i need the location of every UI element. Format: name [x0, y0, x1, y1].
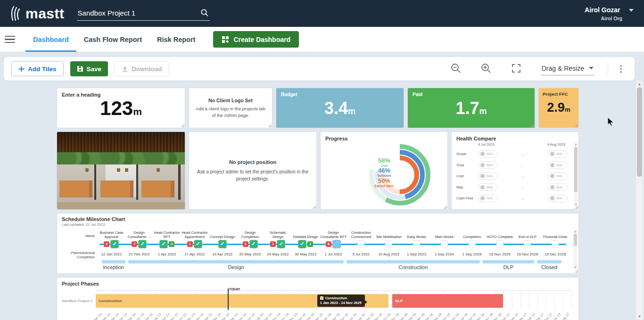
axis-month-label: Aug '23 — [152, 312, 162, 320]
health-date-header: 4 Jul 2023 4 Aug 2023 — [456, 142, 574, 147]
mode-select[interactable]: Drag & Resize — [541, 63, 594, 75]
health-row-risk: RiskN/A→N/A — [456, 183, 574, 191]
mastt-logo[interactable]: mastt — [10, 6, 65, 22]
milestone-future-icon[interactable] — [496, 240, 504, 247]
milestone-construction-commenced[interactable]: Construction Commenced5 Jul 2022 — [347, 228, 375, 259]
milestone-design-completion[interactable]: Design Completion1✓20 May 2022 — [236, 228, 264, 259]
milestone-complete-icon[interactable]: ✓ — [249, 240, 258, 248]
milestone-current-icon[interactable] — [332, 240, 341, 248]
scroll-down-icon[interactable]: ▼ — [574, 203, 578, 206]
tab-cash-flow-report[interactable]: Cash Flow Report — [76, 27, 149, 52]
tile-health-compare[interactable]: Health Compare 4 Jul 2023 4 Aug 2023 Sco… — [451, 131, 579, 210]
tile-project-photo[interactable] — [57, 131, 185, 210]
tile-project-position[interactable]: No project position Ask a project admin … — [189, 131, 317, 210]
milestone-markers — [357, 239, 364, 249]
axis-month-label: Oct '23 — [169, 312, 179, 320]
milestone-end-of-dlp[interactable]: End of DLP15 Nov 2026 — [513, 228, 541, 259]
phase-bar-construction — [347, 260, 479, 263]
create-dashboard-button[interactable]: Create Dashboard — [213, 31, 299, 48]
row-label-name: Name — [62, 234, 95, 238]
milestone-markers: 1✓ — [270, 239, 285, 249]
add-tiles-button[interactable]: Add Tiles — [11, 61, 64, 76]
milestone-financial-close[interactable]: Financial Close15 Dec 2026 — [541, 228, 569, 259]
tab-risk-report[interactable]: Risk Report — [149, 27, 203, 52]
milestone-head-contractor-appointment[interactable]: Head Contractor Appointment1✓17 Apr 2022 — [181, 228, 208, 259]
zoom-in-icon[interactable] — [480, 63, 493, 75]
tile-heading-stat[interactable]: Enter a heading 123m — [57, 88, 185, 128]
milestone-schematic-design[interactable]: Schematic Design1✓29 May 2022 — [264, 228, 292, 259]
milestone-date: 30 May 2022 — [295, 249, 316, 256]
tile-progress[interactable]: Progress 58%Cost46%Schedule50%Earned Val… — [320, 131, 448, 210]
axis-month-label: Oct '24 — [271, 312, 281, 320]
milestone-scrollbar[interactable]: ▲ ▼ — [573, 230, 578, 269]
milestone-early-works[interactable]: Early Works1 Sep 2023 — [403, 228, 430, 259]
tile-project-phases[interactable]: Project Phases Sandbox Project 1 Constru… — [57, 277, 579, 320]
scroll-down-icon[interactable]: ▼ — [573, 266, 578, 269]
milestone-complete-icon[interactable]: ✓ — [110, 240, 119, 248]
axis-month-label: Jan '25 — [297, 312, 306, 320]
tile-budget[interactable]: Budget 3.4m — [276, 88, 404, 128]
milestone-design-consultants-rft[interactable]: Design Consultants RFT61 Jul 2022 — [320, 228, 347, 259]
milestone-future-icon[interactable] — [469, 240, 476, 247]
milestone-detailed-design[interactable]: Detailed Design✓130 May 2022 — [292, 228, 320, 259]
milestone-future-icon[interactable] — [357, 240, 364, 247]
milestone-future-icon[interactable] — [552, 240, 559, 247]
scroll-up-icon[interactable]: ▲ — [573, 230, 578, 233]
phase-label: Inception — [103, 264, 124, 270]
milestone-future-icon[interactable] — [524, 240, 531, 247]
hamburger-menu-icon[interactable] — [5, 34, 15, 45]
milestone-markers — [524, 239, 531, 249]
milestone-future-icon[interactable] — [413, 240, 420, 247]
axis-month-label: Jul '24 — [247, 312, 256, 320]
milestone-name: HOTO Complete — [487, 228, 513, 239]
tile-paid[interactable]: Paid 1.7m — [407, 88, 535, 128]
tile-project-ffc[interactable]: Project FFC 2.9m — [538, 88, 579, 128]
tile-schedule-milestone-chart[interactable]: Schedule Milestone Chart Last updated: 2… — [57, 213, 579, 274]
milestone-head-contractor-rft[interactable]: Head Contractor RFT✓31 Apr 2022 — [153, 228, 181, 259]
scrollbar-thumb[interactable] — [637, 87, 642, 177]
status-dot-icon — [480, 185, 485, 189]
zoom-out-icon[interactable] — [450, 63, 462, 75]
user-menu[interactable]: Airol Gozar Airol Org — [585, 6, 634, 21]
milestone-completion[interactable]: Completion1 Sep 2025 — [458, 228, 486, 259]
save-button[interactable]: Save — [70, 61, 108, 76]
download-button[interactable]: Download — [115, 61, 169, 76]
milestone-business-case-approval[interactable]: Business Case Approval2✓12 Jan 2022 — [98, 228, 125, 259]
milestone-future-icon[interactable] — [441, 240, 448, 247]
milestone-complete-icon[interactable]: ✓ — [298, 240, 306, 248]
milestone-future-icon[interactable] — [385, 240, 392, 247]
download-icon — [122, 66, 128, 72]
milestone-concept-design[interactable]: Concept Design✓19 Apr 2022 — [208, 228, 236, 259]
axis-month-label: Jul '25 — [348, 312, 357, 320]
more-options-icon[interactable]: ⋮ — [617, 65, 625, 73]
tile-title: No Client Logo Set — [194, 98, 267, 103]
milestone-site-mobilisation[interactable]: Site Mobilisation10 Aug 2022 — [375, 228, 403, 259]
scroll-up-icon[interactable]: ▲ — [574, 143, 578, 146]
tile-title: Budget — [281, 92, 399, 97]
page-scrollbar[interactable]: ▲ ▼ — [636, 81, 643, 320]
gantt-bar-dlp[interactable]: DLP — [392, 294, 503, 308]
milestone-complete-icon[interactable]: ✓ — [218, 240, 227, 248]
today-label: TODAY — [229, 287, 240, 291]
scrollbar-thumb[interactable] — [574, 234, 577, 246]
download-label: Download — [132, 66, 162, 73]
milestone-complete-icon[interactable]: ✓ — [138, 240, 147, 248]
phase-bar-design — [128, 260, 344, 263]
status-dot-icon — [480, 174, 485, 178]
milestone-complete-icon[interactable]: ✓ — [194, 240, 202, 248]
project-search-input[interactable] — [77, 6, 210, 21]
phase-bar-closed — [537, 260, 561, 263]
milestone-complete-icon[interactable]: ✓ — [277, 240, 285, 248]
scroll-down-icon[interactable]: ▼ — [636, 314, 643, 319]
milestone-hoto-complete[interactable]: HOTO Complete15 Nov 2025 — [486, 228, 514, 259]
scroll-up-icon[interactable]: ▲ — [636, 82, 643, 86]
milestone-design-consultants-[interactable]: Design Consultants …7✓21 Feb 2022 — [125, 228, 153, 259]
tile-client-logo[interactable]: No Client Logo Set Add a client logo in … — [189, 88, 272, 128]
tab-dashboard[interactable]: Dashboard — [25, 27, 76, 52]
milestone-complete-icon[interactable]: ✓ — [159, 240, 168, 248]
scrollbar-thumb[interactable] — [574, 147, 578, 192]
milestone-main-works[interactable]: Main Works1 Sep 2024 — [430, 228, 458, 259]
search-icon[interactable] — [200, 8, 209, 19]
fullscreen-icon[interactable] — [511, 63, 523, 75]
health-scrollbar[interactable]: ▲ ▼ — [574, 142, 578, 206]
